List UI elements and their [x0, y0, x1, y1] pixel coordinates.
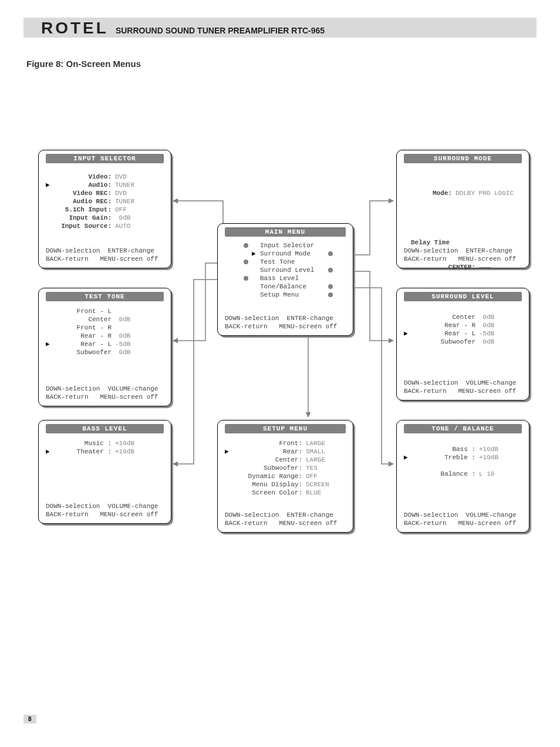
row-label: 5.1Ch Input: — [53, 206, 112, 214]
row-label — [411, 462, 475, 470]
row-value: TUNER — [115, 181, 134, 189]
row-label: Audio REC: — [53, 197, 112, 206]
row-value: 0dB — [115, 315, 130, 324]
menu-row: Front - L — [46, 307, 164, 315]
test-tone-title: TEST TONE — [46, 292, 164, 301]
row-value: DVD — [115, 173, 127, 181]
menu-row: Subwoofer 0dB — [46, 348, 164, 356]
footer-text: DOWN-selection VOLUME-change BACK-return… — [404, 379, 522, 395]
selection-marker — [404, 321, 411, 329]
main-menu-label: Surround Mode — [260, 250, 328, 258]
row-label: Bass : — [411, 445, 475, 453]
selection-marker — [225, 480, 232, 489]
row-label: Front - R — [53, 324, 112, 332]
row-label: Subwoofer: — [232, 464, 302, 472]
header-bar: ROTEL SURROUND SOUND TUNER PREAMPLIFIER … — [23, 18, 537, 38]
link-dot-icon — [328, 251, 333, 256]
selection-marker — [404, 445, 411, 453]
test-tone-box: TEST TONE Front - LCenter 0dBFront - RRe… — [38, 288, 171, 406]
row-label: Center — [53, 315, 112, 324]
selection-marker — [46, 173, 53, 181]
selection-marker — [252, 274, 260, 282]
menu-row: Screen Color:BLUE — [225, 489, 346, 497]
row-label: Dynamic Range: — [232, 472, 302, 480]
figure-title: Figure 8: On-Screen Menus — [26, 59, 141, 69]
input-selector-box: INPUT SELECTOR Video:DVD▶Audio:TUNERVide… — [38, 150, 171, 268]
row-label: Rear - L — [53, 340, 112, 348]
menu-row: ▶Treble :+10dB — [404, 453, 522, 462]
tone-balance-title: TONE / BALANCE — [404, 424, 522, 433]
surround-mode-box: SURROUND MODE Mode:DOLBY PRO LOGIC Delay… — [396, 150, 529, 268]
row-label: Rear - R — [411, 321, 475, 329]
selection-marker: ▶ — [404, 453, 411, 462]
setup-menu-title: SETUP MENU — [225, 424, 346, 433]
link-dot-icon — [328, 292, 333, 297]
main-menu-item: Bass Level — [225, 274, 346, 282]
selection-marker — [252, 291, 260, 299]
link-dot-icon — [328, 284, 333, 289]
row-value: TUNER — [115, 197, 134, 206]
selection-marker — [404, 470, 411, 478]
selection-marker — [225, 472, 232, 480]
bass-level-title: BASS LEVEL — [46, 424, 164, 433]
row-value: 0dB — [115, 332, 130, 340]
row-value: 0dB — [115, 348, 130, 356]
row-label: Input Source: — [53, 222, 112, 230]
main-menu-item: Test Tone — [225, 258, 346, 266]
menu-row — [404, 462, 522, 470]
page-number: 8 — [23, 715, 36, 724]
row-value: -5dB — [479, 329, 494, 338]
row-value: BLUE — [306, 489, 321, 497]
row-label: Theater : — [53, 447, 112, 456]
footer-text: DOWN-selection ENTER-change BACK-return … — [225, 314, 346, 331]
main-menu-title: MAIN MENU — [225, 227, 346, 237]
row-label: Video REC: — [53, 189, 112, 197]
link-dot-icon — [244, 260, 248, 264]
row-value: L 10 — [479, 470, 494, 478]
tone-balance-box: TONE / BALANCE Bass :+10dB▶Treble :+10dB… — [396, 420, 529, 533]
main-menu-item: Tone/Balance — [225, 282, 346, 291]
row-value: +10dB — [115, 447, 134, 456]
row-value: 0dB — [479, 338, 494, 346]
menu-row: Dynamic Range:OFF — [225, 472, 346, 480]
footer-text: DOWN-selection VOLUME-change BACK-return… — [46, 385, 164, 401]
selection-marker — [252, 258, 260, 266]
menu-row: Video:DVD — [46, 173, 164, 181]
row-value: +10dB — [479, 445, 498, 453]
menu-row: Music :+10dB — [46, 439, 164, 447]
main-menu-item: Setup Menu — [225, 291, 346, 299]
surround-mode-title: SURROUND MODE — [404, 154, 522, 163]
row-value: 0dB — [115, 214, 130, 222]
row-value: OFF — [115, 206, 127, 214]
menu-row: Subwoofer 0dB — [404, 338, 522, 346]
row-label: Menu Display: — [232, 480, 302, 489]
menu-row: Balance :L 10 — [404, 470, 522, 478]
surround-level-box: SURROUND LEVEL Center 0dBRear - R 0dB▶Re… — [396, 288, 529, 401]
main-menu-item: Input Selector — [225, 241, 346, 250]
menu-row: ▶Rear - L-5dB — [46, 340, 164, 348]
row-label: Center — [411, 313, 475, 321]
footer-text: DOWN-selection ENTER-change BACK-return … — [225, 511, 346, 527]
row-label: Balance : — [411, 470, 475, 478]
menu-row: ▶Rear - L-5dB — [404, 329, 522, 338]
row-value: YES — [306, 464, 318, 472]
selection-marker — [46, 222, 53, 230]
main-menu-label: Input Selector — [260, 241, 328, 250]
input-selector-title: INPUT SELECTOR — [46, 154, 164, 163]
selection-marker: ▶ — [46, 181, 53, 189]
menu-row: Menu Display:SCREEN — [225, 480, 346, 489]
row-value: 0dB — [479, 313, 494, 321]
footer-text: DOWN-selection ENTER-change BACK-return … — [46, 247, 164, 263]
diagram-area: INPUT SELECTOR Video:DVD▶Audio:TUNERVide… — [29, 147, 540, 534]
selection-marker — [46, 315, 53, 324]
row-value: +10dB — [115, 439, 134, 447]
row-label: Screen Color: — [232, 489, 302, 497]
selection-marker — [252, 241, 260, 250]
selection-marker — [404, 338, 411, 346]
row-label: Subwoofer — [53, 348, 112, 356]
main-menu-item: Surround Level — [225, 266, 346, 274]
row-value: SCREEN — [306, 480, 329, 489]
main-menu-label: Bass Level — [260, 274, 328, 282]
menu-row: ▶Rear:SMALL — [225, 447, 346, 456]
row-label: Rear - L — [411, 329, 475, 338]
